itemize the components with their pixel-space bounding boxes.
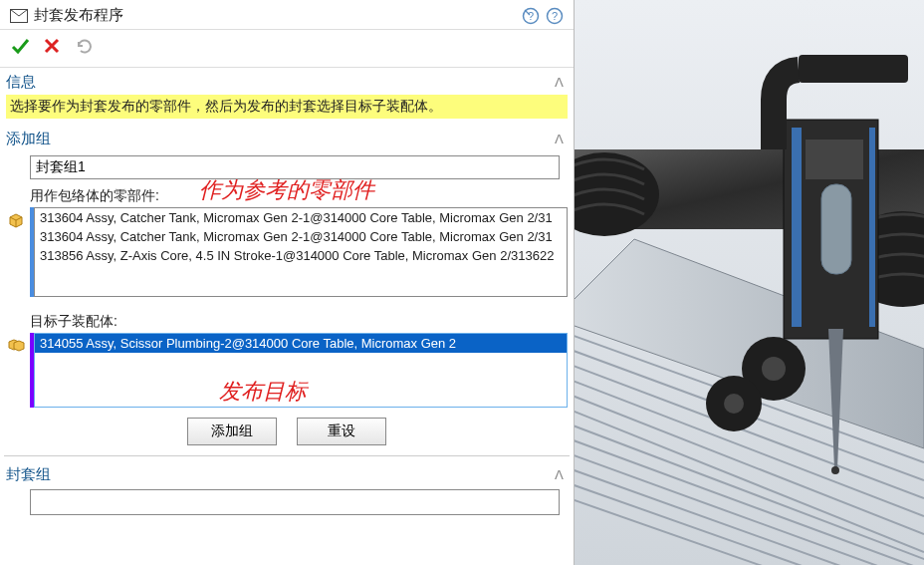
refparts-listbox[interactable]: 313604 Assy, Catcher Tank, Micromax Gen …: [34, 207, 568, 297]
list-item[interactable]: 313604 Assy, Catcher Tank, Micromax Gen …: [35, 208, 567, 227]
refparts-label: 用作包络体的零部件:: [30, 187, 574, 205]
envgroup-input[interactable]: [30, 489, 560, 515]
cancel-button[interactable]: [44, 38, 60, 59]
svg-rect-11: [792, 128, 802, 327]
svg-rect-12: [869, 128, 875, 327]
info-text: 选择要作为封套发布的零部件，然后为发布的封套选择目标子装配体。: [6, 95, 568, 119]
svg-rect-26: [875, 58, 883, 80]
svg-point-19: [724, 394, 744, 414]
svg-rect-23: [833, 58, 841, 80]
collapse-envgroup-icon[interactable]: ᐱ: [555, 467, 564, 482]
list-item[interactable]: 313604 Assy, Catcher Tank, Micromax Gen …: [35, 227, 567, 246]
components-icon: [6, 211, 26, 229]
ok-button[interactable]: [10, 36, 30, 61]
add-group-button[interactable]: 添加组: [187, 418, 277, 445]
group-name-input[interactable]: [30, 155, 560, 179]
svg-rect-14: [821, 184, 851, 274]
svg-rect-24: [847, 58, 855, 80]
graphics-viewport[interactable]: [575, 0, 924, 565]
svg-rect-22: [819, 58, 827, 80]
target-label: 目标子装配体:: [30, 313, 574, 331]
svg-rect-25: [861, 58, 869, 80]
svg-rect-27: [889, 58, 897, 80]
list-item[interactable]: 314055 Assy, Scissor Plumbing-2@314000 C…: [35, 334, 567, 353]
svg-rect-13: [806, 140, 863, 179]
collapse-addgroup-icon[interactable]: ᐱ: [555, 132, 564, 146]
help-icon[interactable]: ?: [546, 7, 564, 25]
svg-point-17: [762, 357, 786, 381]
assembly-icon: [6, 337, 26, 355]
help-pin-icon[interactable]: ?: [522, 7, 540, 25]
svg-text:?: ?: [552, 10, 558, 22]
envelope-icon: [10, 9, 28, 23]
svg-text:?: ?: [528, 10, 534, 22]
panel-title: 封套发布程序: [34, 6, 516, 25]
svg-point-15: [831, 466, 839, 474]
undo-button[interactable]: [74, 37, 94, 60]
info-heading: 信息: [6, 73, 36, 92]
envgroup-heading: 封套组: [6, 465, 51, 484]
reset-button[interactable]: 重设: [297, 418, 386, 445]
svg-rect-21: [806, 58, 813, 80]
collapse-info-icon[interactable]: ᐱ: [555, 75, 564, 90]
target-listbox[interactable]: 314055 Assy, Scissor Plumbing-2@314000 C…: [34, 333, 568, 408]
addgroup-heading: 添加组: [6, 130, 51, 148]
list-item[interactable]: 313856 Assy, Z-Axis Core, 4.5 IN Stroke-…: [35, 246, 567, 265]
